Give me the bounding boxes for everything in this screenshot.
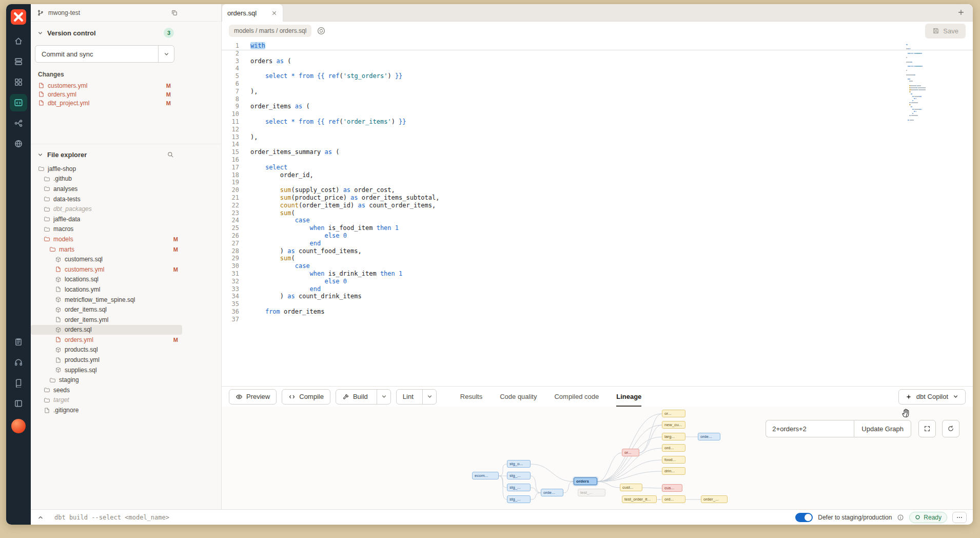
user-avatar[interactable] <box>11 419 26 433</box>
rail-panel-button[interactable] <box>10 395 27 412</box>
command-input[interactable]: dbt build --select <model_name> <box>49 514 169 521</box>
tree-item-products.yml[interactable]: products.yml <box>31 355 182 365</box>
update-graph-button[interactable]: Update Graph <box>854 420 911 437</box>
tab-results[interactable]: Results <box>460 387 482 407</box>
tree-item-data-tests[interactable]: data-tests <box>31 194 182 204</box>
tree-item-customers.yml[interactable]: customers.ymlM <box>31 264 182 275</box>
lineage-node-stg_o[interactable]: stg_o... <box>507 460 531 468</box>
tree-item-macros[interactable]: macros <box>31 224 182 235</box>
lineage-node-stg_[interactable]: stg_... <box>507 484 531 491</box>
rail-dag-button[interactable] <box>10 114 27 132</box>
lineage-node-ord[interactable]: ord... <box>662 444 685 452</box>
line-number: 3 <box>222 57 239 65</box>
tab-compiled-code[interactable]: Compiled code <box>554 387 599 407</box>
tree-item-staging[interactable]: staging <box>31 375 182 385</box>
info-icon[interactable] <box>897 514 904 521</box>
lineage-node-food[interactable]: food... <box>662 456 685 464</box>
rail-ide-button[interactable] <box>10 94 27 111</box>
close-icon[interactable] <box>271 10 278 16</box>
model-file-icon <box>55 256 62 263</box>
tab-code-quality[interactable]: Code quality <box>500 387 537 407</box>
lineage-node-ord[interactable]: ord... <box>662 495 685 503</box>
tree-item-label: order_items.yml <box>65 316 108 323</box>
compile-button[interactable]: Compile <box>282 389 330 405</box>
lineage-node-stg_[interactable]: stg_... <box>507 495 531 503</box>
tree-item-target[interactable]: target <box>31 395 182 406</box>
version-control-header[interactable]: Version control 3 <box>31 27 221 39</box>
lineage-node-cust[interactable]: cust... <box>620 484 642 491</box>
line-number: 22 <box>222 202 239 209</box>
preview-button[interactable]: Preview <box>229 389 277 405</box>
file-explorer-header[interactable]: File explorer <box>31 148 221 161</box>
lineage-node-stg_[interactable]: stg_... <box>507 472 531 479</box>
dbt-logo[interactable] <box>11 9 26 25</box>
tree-item-dbt_packages[interactable]: dbt_packages <box>31 204 182 214</box>
fullscreen-button[interactable] <box>918 420 936 437</box>
dbt-copilot-button[interactable]: dbt Copilot <box>898 389 966 405</box>
tree-item-supplies.sql[interactable]: supplies.sql <box>31 365 182 375</box>
new-tab-plus-icon[interactable] <box>957 9 965 16</box>
rail-server-button[interactable] <box>10 53 27 70</box>
build-button[interactable]: Build <box>336 389 391 405</box>
lint-dropdown[interactable] <box>426 393 433 400</box>
lineage-node-cus[interactable]: cus... <box>662 484 682 492</box>
tree-item-order_items.sql[interactable]: order_items.sql <box>31 304 182 315</box>
lineage-selector-input[interactable] <box>766 420 854 437</box>
lineage-node-orde[interactable]: orde... <box>698 433 720 440</box>
tree-item-products.sql[interactable]: products.sql <box>31 345 182 355</box>
tree-item-locations.sql[interactable]: locations.sql <box>31 275 182 285</box>
rail-grid-button[interactable] <box>10 73 27 91</box>
rail-headset-button[interactable] <box>10 354 27 371</box>
lineage-node-or[interactable]: or... <box>662 410 685 417</box>
tree-item-order_items.yml[interactable]: order_items.yml <box>31 315 182 325</box>
lineage-node-or[interactable]: or... <box>622 449 639 456</box>
lineage-node-new_cu[interactable]: new_cu... <box>662 421 685 429</box>
lineage-node-drin[interactable]: drin... <box>662 467 685 475</box>
tree-item-metricflow_time_spine.sql[interactable]: metricflow_time_spine.sql <box>31 295 182 305</box>
search-icon[interactable] <box>167 151 174 158</box>
tree-item-orders.yml[interactable]: orders.ymlM <box>31 335 182 345</box>
tree-item-customers.sql[interactable]: customers.sql <box>31 254 182 264</box>
lineage-node-ecom[interactable]: ecom... <box>472 472 499 479</box>
tab-orders-sql[interactable]: orders.sql <box>222 4 283 22</box>
lineage-node-test_[interactable]: test_... <box>578 489 605 496</box>
lineage-node-test_order_it[interactable]: test_order_it... <box>622 495 657 503</box>
tree-item-seeds[interactable]: seeds <box>31 385 182 395</box>
minimap[interactable] <box>906 44 941 124</box>
tab-lineage[interactable]: Lineage <box>616 387 641 407</box>
lineage-node-larg[interactable]: larg... <box>662 433 685 440</box>
save-button[interactable]: Save <box>925 24 966 39</box>
tree-item-marts[interactable]: martsM <box>31 244 182 255</box>
tree-item-jaffle-shop[interactable]: jaffle-shop <box>31 164 182 174</box>
changed-file-dbt_project.yml[interactable]: dbt_project.ymlM <box>31 99 221 107</box>
collapse-command-bar-button[interactable] <box>37 514 44 521</box>
lineage-node-orde[interactable]: orde... <box>541 489 563 496</box>
tree-item-label: .gitignore <box>53 407 79 414</box>
lineage-node-order_[interactable]: order_... <box>701 495 728 503</box>
lineage-node-orders[interactable]: orders <box>574 477 597 485</box>
changed-file-customers.yml[interactable]: customers.ymlM <box>31 81 221 90</box>
more-options-button[interactable] <box>952 512 967 523</box>
copy-icon[interactable] <box>171 9 178 16</box>
code-editor[interactable]: 1234567891011121314151617181920212223242… <box>222 40 973 386</box>
commit-and-sync-button[interactable]: Commit and sync <box>35 45 174 63</box>
file-explorer-title: File explorer <box>47 151 87 159</box>
lint-button[interactable]: Lint <box>396 389 437 405</box>
file-sync-icon[interactable] <box>317 26 326 35</box>
tree-item-.github[interactable]: .github <box>31 174 182 184</box>
rail-clipboard-button[interactable] <box>10 333 27 351</box>
rail-home-button[interactable] <box>10 32 27 50</box>
tree-item-models[interactable]: modelsM <box>31 234 182 244</box>
rail-book-button[interactable] <box>10 374 27 392</box>
tree-item-.gitignore[interactable]: .gitignore <box>31 405 182 415</box>
tree-item-orders.sql[interactable]: orders.sql <box>31 325 182 335</box>
changed-file-orders.yml[interactable]: orders.ymlM <box>31 90 221 99</box>
tree-item-analyses[interactable]: analyses <box>31 184 182 194</box>
tree-item-locations.yml[interactable]: locations.yml <box>31 284 182 295</box>
tree-item-jaffle-data[interactable]: jaffle-data <box>31 214 182 224</box>
build-dropdown[interactable] <box>381 393 387 400</box>
defer-toggle[interactable] <box>795 513 813 522</box>
rail-globe-button[interactable] <box>10 135 27 152</box>
refresh-graph-button[interactable] <box>942 420 959 437</box>
commit-dropdown-button[interactable] <box>159 51 174 57</box>
